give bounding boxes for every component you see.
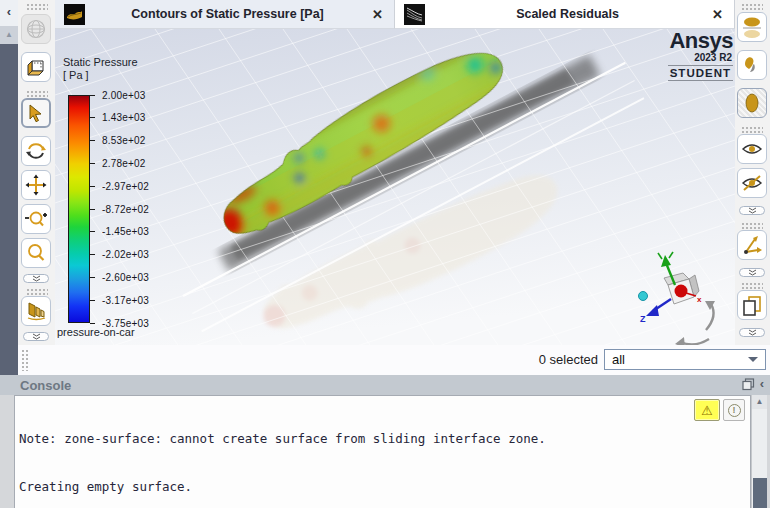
double-chevron-icon <box>32 275 41 282</box>
rotate-view-icon <box>25 140 47 162</box>
brand-name: Ansys <box>611 30 733 52</box>
console-header[interactable]: Console ‹ <box>0 375 770 395</box>
axes-triad-icon <box>740 233 764 257</box>
fit-to-window-icon <box>25 18 47 40</box>
lighting-icon <box>740 54 764 76</box>
ansys-logo: Ansys 2023 R2 STUDENT <box>611 30 733 81</box>
selection-filter-dropdown[interactable]: all <box>604 349 766 370</box>
double-chevron-icon <box>32 333 41 340</box>
legend-title: Static Pressure [ Pa ] <box>63 56 138 82</box>
pan-view-button[interactable] <box>21 170 51 200</box>
selection-row: 0 selected all <box>18 345 770 375</box>
legend-tick: -3.17e+03 <box>90 294 149 306</box>
collapsed-panel-strip[interactable] <box>0 44 18 375</box>
triad-ball <box>639 292 648 301</box>
legend-tick: 1.43e+03 <box>90 112 146 124</box>
show-eye-button[interactable] <box>737 134 767 164</box>
toolbar-separator <box>26 90 48 97</box>
toolbar-separator <box>741 126 763 133</box>
scrollbar-up-arrow[interactable]: ▲ <box>752 395 767 409</box>
fit-to-window-button[interactable] <box>21 14 51 44</box>
selection-filter-value: all <box>605 352 748 367</box>
toolbar-collapse-pill[interactable] <box>739 268 765 277</box>
toolbar-collapse-pill[interactable] <box>739 328 765 337</box>
hide-eye-icon <box>740 173 764 193</box>
legend-surface-name: pressure-on-car <box>57 326 135 338</box>
brand-release: 2023 R2 <box>611 52 733 63</box>
textured-surface-icon <box>741 91 763 115</box>
toolbar-separator <box>741 282 763 289</box>
legend-tick: -2.02e+03 <box>90 249 149 261</box>
compare-views-button[interactable] <box>737 290 767 320</box>
select-pointer-icon <box>26 103 46 123</box>
warning-button[interactable]: ⚠ <box>694 399 720 421</box>
selection-row-drag-handle[interactable] <box>21 349 30 371</box>
zoom-box-button[interactable] <box>21 238 51 268</box>
toolbar-separator <box>26 288 48 295</box>
isometric-view-icon <box>25 56 47 78</box>
toolbar-collapse-pill[interactable] <box>739 206 765 215</box>
info-icon: ! <box>728 404 741 417</box>
zoom-in-out-button[interactable] <box>21 204 51 234</box>
legend-tick: 2.00e+03 <box>90 89 146 101</box>
console-panel: Console ‹ Note: zone-surface: cannot cre… <box>0 375 770 508</box>
double-chevron-icon <box>748 329 757 336</box>
surface-visibility-icon <box>741 15 763 39</box>
legend-tick: 2.78e+02 <box>90 157 146 169</box>
perspective-lights-button[interactable] <box>21 296 51 326</box>
legend-colorbar <box>68 95 90 323</box>
textured-surface-button[interactable] <box>737 88 767 118</box>
triad-z-label: Z <box>640 314 646 324</box>
console-line: Note: zone-surface: cannot create surfac… <box>19 431 746 447</box>
left-toolbar <box>18 0 55 345</box>
console-output: Note: zone-surface: cannot create surfac… <box>14 395 751 508</box>
console-line: Creating empty surface. <box>19 479 746 495</box>
toolbar-separator <box>741 222 763 229</box>
legend-tick: -8.72e+02 <box>90 203 149 215</box>
double-chevron-icon <box>748 269 757 276</box>
compare-views-icon <box>741 293 763 317</box>
collapse-tree-button[interactable]: ‹ <box>0 0 18 26</box>
float-window-icon[interactable] <box>742 378 755 391</box>
legend-tick: 8.53e+02 <box>90 135 146 147</box>
pan-view-icon <box>25 174 47 196</box>
right-toolbar <box>735 0 770 345</box>
zoom-in-out-icon <box>24 208 48 230</box>
warning-icon: ⚠ <box>701 403 713 418</box>
console-collapse-button[interactable]: ‹ <box>760 377 764 391</box>
graphics-viewport: x Z Static Pressure [ Pa ] 2.00e+031.43e… <box>55 0 735 345</box>
axes-triad-button[interactable] <box>737 230 767 260</box>
legend-tick: -2.97e+02 <box>90 180 149 192</box>
brand-edition: STUDENT <box>668 65 733 81</box>
legend-tick: -1.45e+03 <box>90 226 149 238</box>
select-pointer-button[interactable] <box>21 98 51 128</box>
triad-x-label: x <box>697 295 702 304</box>
toolbar-drag-handle[interactable] <box>26 3 48 10</box>
perspective-lights-icon <box>25 300 47 322</box>
legend-tick: -2.60e+03 <box>90 271 149 283</box>
hide-eye-button[interactable] <box>737 168 767 198</box>
selection-count: 0 selected <box>539 352 598 367</box>
toolbar-drag-handle[interactable] <box>741 3 763 10</box>
console-title: Console <box>0 378 71 393</box>
double-chevron-icon <box>748 207 757 214</box>
chevron-down-icon <box>748 357 758 362</box>
show-eye-icon <box>740 139 764 159</box>
console-scrollbar[interactable]: ▲ <box>751 395 767 508</box>
zoom-box-icon <box>25 242 47 264</box>
toolbar-collapse-pill[interactable] <box>23 274 49 283</box>
rotate-view-button[interactable] <box>21 136 51 166</box>
isometric-view-button[interactable] <box>21 52 51 82</box>
surface-visibility-button[interactable] <box>737 12 767 42</box>
toolbar-collapse-pill[interactable] <box>23 332 49 341</box>
info-button[interactable]: ! <box>723 399 745 421</box>
scrollbar-thumb[interactable] <box>753 478 767 508</box>
lighting-button[interactable] <box>737 50 767 80</box>
scroll-up-arrow[interactable]: ▲ <box>0 26 18 44</box>
